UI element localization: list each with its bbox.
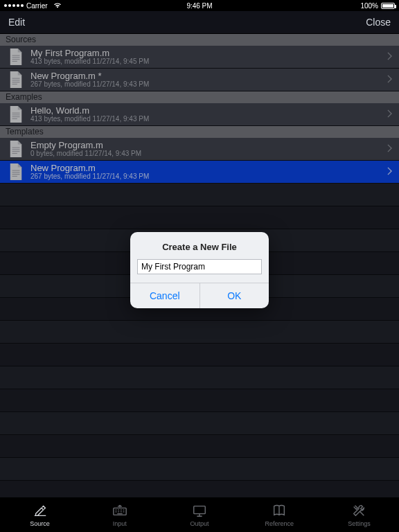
tools-icon (350, 502, 368, 519)
new-file-dialog: Create a New File Cancel OK (130, 232, 269, 308)
navbar: Edit Close (0, 11, 399, 34)
tab-label: Reference (265, 520, 294, 527)
tab-label: Settings (348, 520, 371, 527)
tab-reference[interactable]: Reference (240, 497, 319, 532)
filename-input[interactable] (137, 259, 262, 274)
status-right: 100% (360, 2, 395, 10)
carrier-label: Carrier (26, 2, 48, 10)
dialog-field (130, 259, 269, 283)
battery-pct: 100% (360, 2, 378, 10)
monitor-icon (190, 502, 209, 519)
screen: Carrier 9:46 PM 100% Edit Close SourcesM… (0, 0, 399, 532)
signal-dots-icon (4, 4, 24, 7)
tab-source[interactable]: Source (0, 497, 80, 532)
ok-button[interactable]: OK (200, 283, 269, 308)
book-icon (270, 502, 288, 519)
tab-label: Output (190, 520, 209, 527)
edit-button[interactable]: Edit (8, 17, 25, 28)
status-bar: Carrier 9:46 PM 100% (0, 0, 399, 11)
tab-output[interactable]: Output (159, 497, 239, 532)
tab-settings[interactable]: Settings (319, 497, 399, 532)
keyboard-icon (111, 502, 129, 519)
tab-bar: SourceInputOutputReferenceSettings (0, 497, 399, 532)
close-button[interactable]: Close (366, 17, 391, 28)
dialog-buttons: Cancel OK (130, 283, 269, 308)
pen-icon (31, 502, 49, 519)
status-time: 9:46 PM (186, 2, 212, 10)
dialog-title: Create a New File (130, 232, 269, 259)
status-left: Carrier (4, 2, 62, 10)
tab-input[interactable]: Input (80, 497, 159, 532)
cancel-button[interactable]: Cancel (130, 283, 200, 308)
battery-icon (381, 3, 395, 9)
tab-label: Input (113, 520, 127, 527)
tab-label: Source (30, 520, 50, 527)
wifi-icon (53, 2, 62, 10)
